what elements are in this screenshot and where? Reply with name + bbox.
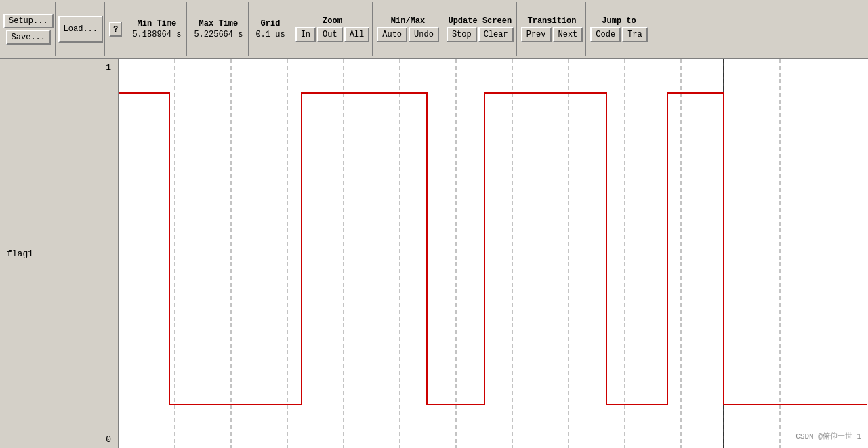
jumpto-group: Jump to Code Tra	[587, 2, 650, 56]
signal-low-label: 0	[106, 434, 111, 445]
signal-high-label: 1	[106, 62, 111, 73]
update-buttons: Stop Clear	[447, 27, 514, 42]
transition-group: Transition Prev Next	[518, 2, 587, 56]
file-group: Setup... Save...	[2, 2, 56, 56]
min-time-label: Min Time	[138, 19, 177, 28]
setup-button[interactable]: Setup...	[3, 14, 54, 28]
grid-label: Grid	[261, 19, 281, 28]
minmax-group: Min/Max Auto Undo	[374, 2, 442, 56]
signal-labels: 1 flag1 0	[0, 59, 119, 448]
zoom-in-button[interactable]: In	[295, 27, 316, 42]
grid-group: Grid 0.1 us	[250, 2, 291, 56]
help-button[interactable]: ?	[109, 22, 122, 37]
signal-name-label: flag1	[7, 249, 33, 259]
minmax-auto-button[interactable]: Auto	[377, 27, 407, 42]
max-time-value: 5.225664 s	[194, 30, 243, 39]
transition-prev-button[interactable]: Prev	[521, 27, 552, 42]
zoom-group: Zoom In Out All	[293, 2, 373, 56]
zoom-label: Zoom	[323, 16, 342, 26]
main-area: 1 flag1 0	[0, 59, 868, 448]
waveform-svg	[119, 59, 868, 448]
minmax-buttons: Auto Undo	[377, 27, 439, 42]
jumpto-tra-button[interactable]: Tra	[622, 27, 648, 42]
waveform-area: CSDN @俯仰一世_1	[119, 59, 868, 448]
minmax-label: Min/Max	[391, 16, 425, 26]
transition-next-button[interactable]: Next	[553, 27, 583, 42]
jumpto-buttons: Code Tra	[590, 27, 647, 42]
update-group: Update Screen Stop Clear	[444, 2, 517, 56]
minmax-undo-button[interactable]: Undo	[409, 27, 439, 42]
transition-buttons: Prev Next	[521, 27, 583, 42]
stop-button[interactable]: Stop	[447, 27, 477, 42]
jumpto-label: Jump to	[602, 16, 636, 26]
zoom-buttons: In Out All	[295, 27, 370, 42]
watermark: CSDN @俯仰一世_1	[795, 431, 861, 441]
update-label: Update Screen	[448, 16, 512, 26]
zoom-out-button[interactable]: Out	[317, 27, 343, 42]
toolbar: Setup... Save... Load... ? Min Time 5.18…	[0, 0, 868, 59]
load-button[interactable]: Load...	[58, 16, 103, 43]
grid-value: 0.1 us	[255, 30, 285, 39]
min-time-value: 5.188964 s	[132, 30, 181, 39]
max-time-label: Max Time	[199, 19, 239, 28]
transition-label: Transition	[528, 16, 577, 26]
clear-button[interactable]: Clear	[478, 27, 514, 42]
zoom-all-button[interactable]: All	[344, 27, 370, 42]
max-time-group: Max Time 5.225664 s	[188, 2, 249, 56]
jumpto-code-button[interactable]: Code	[590, 27, 621, 42]
save-button[interactable]: Save...	[6, 30, 51, 45]
min-time-group: Min Time 5.188964 s	[127, 2, 187, 56]
